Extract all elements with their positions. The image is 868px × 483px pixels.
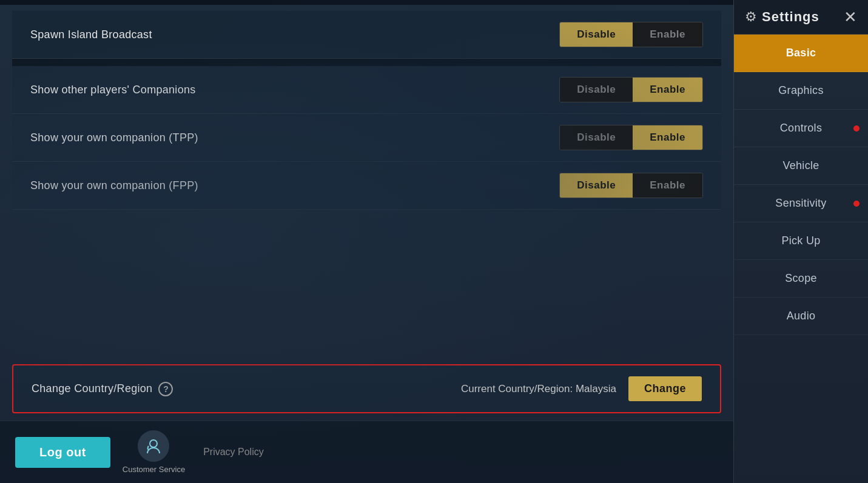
spawn-island-label: Spawn Island Broadcast [30, 28, 152, 41]
spawn-island-enable-btn[interactable]: Enable [633, 22, 702, 47]
sidebar-item-pickup-label: Pick Up [781, 235, 820, 247]
sidebar-item-basic-label: Basic [786, 47, 816, 59]
own-companion-fpp-label: Show your own companion (FPP) [30, 179, 198, 192]
own-companion-fpp-row: Show your own companion (FPP) Disable En… [12, 162, 721, 210]
sidebar-item-graphics-label: Graphics [778, 84, 823, 96]
own-companion-tpp-disable-btn[interactable]: Disable [560, 125, 633, 150]
sidebar-item-basic[interactable]: Basic [734, 35, 868, 72]
sidebar-item-audio[interactable]: Audio [734, 298, 868, 335]
customer-service-icon [138, 430, 169, 462]
own-companion-tpp-enable-btn[interactable]: Enable [633, 125, 702, 150]
sidebar-item-vehicle[interactable]: Vehicle [734, 147, 868, 185]
country-region-right: Current Country/Region: Malaysia Change [461, 376, 702, 401]
sidebar-item-sensitivity-label: Sensitivity [775, 197, 826, 209]
spawn-island-row: Spawn Island Broadcast Disable Enable [12, 11, 721, 59]
svg-point-0 [150, 440, 157, 447]
sidebar-item-controls-label: Controls [780, 122, 822, 134]
sidebar-title-group: ⚙ Settings [745, 9, 819, 25]
change-region-button[interactable]: Change [628, 376, 702, 401]
close-button[interactable]: ✕ [844, 9, 857, 25]
show-others-companions-toggle: Disable Enable [559, 77, 703, 102]
sidebar-title: Settings [762, 9, 819, 25]
sensitivity-notification-dot [853, 201, 860, 207]
country-region-label: Change Country/Region [32, 382, 152, 395]
own-companion-fpp-disable-btn[interactable]: Disable [560, 173, 633, 198]
sidebar-header: ⚙ Settings ✕ [734, 0, 868, 35]
footer: Log out Customer Service Privacy Policy [0, 421, 733, 483]
own-companion-fpp-enable-btn[interactable]: Enable [633, 173, 702, 198]
main-content: Spawn Island Broadcast Disable Enable Sh… [0, 0, 733, 483]
sidebar-item-sensitivity[interactable]: Sensitivity [734, 185, 868, 222]
sidebar-item-pickup[interactable]: Pick Up [734, 222, 868, 260]
own-companion-fpp-toggle: Disable Enable [559, 173, 703, 198]
sidebar: ⚙ Settings ✕ Basic Graphics Controls Veh… [733, 0, 868, 483]
show-others-companions-disable-btn[interactable]: Disable [560, 78, 633, 102]
own-companion-tpp-label: Show your own companion (TPP) [30, 132, 198, 144]
country-region-help-icon[interactable]: ? [158, 382, 173, 396]
country-region-row: Change Country/Region ? Current Country/… [12, 364, 721, 413]
spawn-island-toggle: Disable Enable [559, 22, 703, 47]
show-others-companions-label: Show other players' Companions [30, 84, 196, 96]
spawn-island-disable-btn[interactable]: Disable [560, 22, 633, 47]
show-others-companions-enable-btn[interactable]: Enable [633, 78, 702, 102]
sidebar-item-audio-label: Audio [787, 310, 816, 322]
sidebar-item-vehicle-label: Vehicle [782, 159, 819, 172]
sidebar-item-controls[interactable]: Controls [734, 110, 868, 147]
top-strip [0, 0, 733, 5]
customer-service-button[interactable]: Customer Service [123, 430, 185, 474]
customer-service-label: Customer Service [123, 465, 185, 474]
country-region-left: Change Country/Region ? [32, 382, 173, 396]
own-companion-tpp-toggle: Disable Enable [559, 125, 703, 150]
sidebar-item-graphics[interactable]: Graphics [734, 72, 868, 110]
sidebar-item-scope[interactable]: Scope [734, 260, 868, 298]
sidebar-item-scope-label: Scope [785, 272, 817, 284]
controls-notification-dot [853, 125, 860, 132]
gear-icon: ⚙ [745, 9, 757, 25]
settings-rows: Spawn Island Broadcast Disable Enable Sh… [0, 5, 733, 357]
logout-button[interactable]: Log out [15, 437, 110, 468]
sidebar-nav: Basic Graphics Controls Vehicle Sensitiv… [734, 35, 868, 483]
privacy-policy-link[interactable]: Privacy Policy [203, 447, 264, 458]
section-divider-1 [12, 59, 721, 66]
own-companion-tpp-row: Show your own companion (TPP) Disable En… [12, 114, 721, 162]
current-region-text: Current Country/Region: Malaysia [461, 383, 616, 395]
show-others-companions-row: Show other players' Companions Disable E… [12, 66, 721, 114]
